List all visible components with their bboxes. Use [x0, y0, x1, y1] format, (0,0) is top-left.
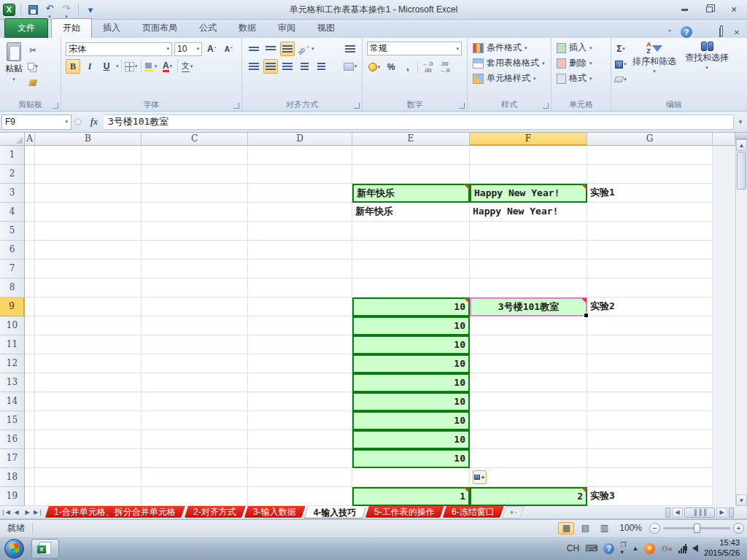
cell-E7[interactable]	[352, 260, 470, 279]
ribbon-tab-8[interactable]: 视图	[306, 19, 346, 38]
row-header-16[interactable]: 16	[0, 430, 25, 449]
cell-F11[interactable]	[470, 335, 587, 354]
merge-center-button[interactable]: ▾	[343, 59, 357, 74]
cell-C12[interactable]	[142, 354, 248, 373]
styles-dialog-launcher[interactable]	[543, 103, 549, 109]
cells-menu-item-1[interactable]: 插入▾	[554, 40, 608, 55]
decrease-indent-button[interactable]	[297, 59, 311, 74]
save-button[interactable]	[26, 3, 39, 16]
cell-D9[interactable]	[248, 298, 352, 316]
cell-G19[interactable]: 实验3	[587, 487, 713, 506]
cell-A3[interactable]	[25, 184, 35, 203]
scroll-left-arrow[interactable]: ◀	[672, 508, 683, 518]
ribbon-tab-6[interactable]: 数据	[228, 19, 267, 38]
cell-C8[interactable]	[142, 279, 248, 298]
row-header-9[interactable]: 9	[0, 298, 25, 316]
underline-button[interactable]: U	[99, 59, 114, 74]
cell-F6[interactable]	[470, 241, 587, 260]
cell-G11[interactable]	[587, 335, 713, 354]
cell-D6[interactable]	[248, 241, 352, 260]
accounting-format-button[interactable]: ▾	[367, 60, 382, 74]
cell-B12[interactable]	[35, 354, 142, 373]
cell-D8[interactable]	[248, 279, 352, 298]
cell-F8[interactable]	[470, 279, 587, 298]
font-dialog-launcher[interactable]	[233, 103, 239, 109]
cell-E3[interactable]: 新年快乐	[352, 184, 470, 203]
cell-D3[interactable]	[248, 184, 352, 203]
phonetic-guide-button[interactable]: 文▾	[180, 59, 195, 74]
cell-E11[interactable]: 10	[352, 335, 470, 354]
sheet-tab-4[interactable]: 4-输入技巧	[303, 506, 366, 518]
cell-G12[interactable]	[587, 354, 713, 373]
fill-color-button[interactable]: ▾	[144, 59, 158, 74]
row-header-13[interactable]: 13	[0, 373, 25, 392]
help-button[interactable]: ?	[681, 26, 692, 38]
ribbon-tab-1[interactable]: 文件	[4, 18, 48, 38]
zoom-slider[interactable]	[663, 527, 730, 529]
cell-D14[interactable]	[248, 392, 352, 411]
sort-filter-button[interactable]: AZ 排序和筛选 ▾	[628, 40, 681, 87]
cell-F3[interactable]: Happy New Year!	[470, 184, 587, 203]
zoom-in-button[interactable]: +	[733, 523, 744, 534]
increase-decimal-button[interactable]: ←.0.00	[420, 60, 435, 74]
redo-button[interactable]: ↷▾	[60, 3, 73, 16]
cell-E1[interactable]	[352, 146, 470, 165]
row-header-10[interactable]: 10	[0, 316, 25, 335]
grow-font-button[interactable]: Aˆ	[204, 42, 219, 56]
styles-menu-item-1[interactable]: 条件格式▾	[470, 40, 549, 55]
cell-B19[interactable]	[35, 487, 142, 506]
cell-C2[interactable]	[142, 165, 248, 184]
cell-C3[interactable]	[142, 184, 248, 203]
page-break-view-button[interactable]: ▥	[596, 522, 612, 534]
column-header-G[interactable]: G	[587, 133, 713, 146]
cell-E10[interactable]: 10	[352, 316, 470, 335]
name-box[interactable]: F9▾	[1, 114, 71, 130]
minimize-button[interactable]	[674, 3, 694, 16]
sheet-tab-1[interactable]: 1-合并单元格、拆分合并单元格	[44, 506, 185, 518]
cell-A1[interactable]	[25, 146, 35, 165]
scroll-down-arrow[interactable]: ▼	[736, 494, 747, 506]
cell-B6[interactable]	[35, 241, 142, 260]
page-layout-view-button[interactable]: ▤	[577, 522, 593, 534]
cell-D10[interactable]	[248, 316, 352, 335]
row-header-6[interactable]: 6	[0, 241, 25, 260]
ribbon-tab-4[interactable]: 页面布局	[131, 19, 188, 38]
normal-view-button[interactable]: ▦	[558, 522, 574, 534]
window-split-handle[interactable]	[729, 508, 734, 518]
cell-F5[interactable]	[470, 222, 587, 241]
cell-D5[interactable]	[248, 222, 352, 241]
cell-E13[interactable]: 10	[352, 373, 470, 392]
cell-D2[interactable]	[248, 165, 352, 184]
cell-G17[interactable]	[587, 449, 713, 468]
row-header-4[interactable]: 4	[0, 203, 25, 222]
row-header-14[interactable]: 14	[0, 392, 25, 411]
autosum-button[interactable]: Σ▾	[614, 42, 628, 56]
cell-F16[interactable]	[470, 430, 587, 449]
cell-E2[interactable]	[352, 165, 470, 184]
ribbon-tab-5[interactable]: 公式	[188, 19, 228, 38]
cell-A10[interactable]	[25, 316, 35, 335]
cell-F2[interactable]	[470, 165, 587, 184]
column-header-E[interactable]: E	[352, 133, 470, 146]
borders-button[interactable]: ▾	[124, 59, 139, 74]
cell-B18[interactable]	[35, 468, 142, 487]
cell-B10[interactable]	[35, 316, 142, 335]
top-align-button[interactable]	[247, 42, 261, 56]
cell-B3[interactable]	[35, 184, 142, 203]
zoom-out-button[interactable]: −	[649, 523, 660, 534]
cell-G7[interactable]	[587, 260, 713, 279]
cell-E19[interactable]: 1	[352, 487, 470, 506]
font-size-combo[interactable]: 10▾	[174, 42, 202, 56]
scroll-up-arrow[interactable]: ▲	[736, 139, 747, 151]
cell-C9[interactable]	[142, 298, 248, 316]
cell-A8[interactable]	[25, 279, 35, 298]
cell-E8[interactable]	[352, 279, 470, 298]
cell-F4[interactable]: Happy New Year!	[470, 203, 587, 222]
cell-F10[interactable]	[470, 316, 587, 335]
expand-formula-bar-button[interactable]: ▾	[734, 114, 747, 130]
decrease-decimal-button[interactable]: .00→.0	[437, 60, 452, 74]
clipboard-dialog-launcher[interactable]	[53, 103, 58, 109]
cell-B4[interactable]	[35, 203, 142, 222]
cell-D13[interactable]	[248, 373, 352, 392]
cell-A5[interactable]	[25, 222, 35, 241]
